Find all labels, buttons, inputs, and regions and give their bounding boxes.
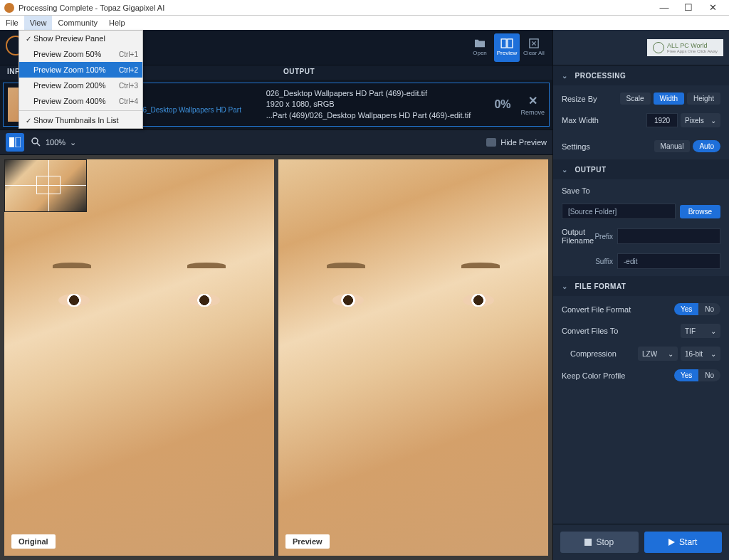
chevron-down-icon: ⌄: [710, 117, 716, 125]
svg-rect-0: [501, 39, 506, 48]
resize-by-segmented: Scale Width Height: [617, 93, 720, 105]
menu-show-preview-panel[interactable]: ✓ Show Preview Panel: [19, 31, 142, 46]
preview-area: Original Preview: [0, 155, 552, 560]
original-label: Original: [11, 534, 56, 549]
keep-profile-no[interactable]: No: [698, 369, 720, 381]
resize-scale[interactable]: Scale: [620, 93, 651, 105]
menu-bar: File View Community Help: [0, 16, 729, 30]
check-icon: ✓: [23, 117, 33, 125]
settings-label: Settings: [562, 142, 651, 151]
chevron-down-icon: ⌄: [70, 138, 76, 147]
resize-by-label: Resize By: [562, 95, 617, 103]
navigator-thumbnail[interactable]: [4, 159, 87, 212]
folder-icon: [473, 38, 486, 48]
preview-label: Preview: [285, 534, 330, 549]
bitdepth-select[interactable]: 16-bit ⌄: [681, 347, 720, 361]
settings-manual[interactable]: Manual: [654, 140, 691, 152]
clear-all-button[interactable]: Clear All: [521, 33, 547, 62]
minimize-button[interactable]: —: [652, 2, 676, 13]
settings-auto[interactable]: Auto: [693, 140, 720, 152]
convert-ff-yes[interactable]: Yes: [674, 303, 698, 315]
output-filename-label: Output Filename: [562, 228, 594, 245]
settings-panel: ALL PC World Free Apps One Click Away ⌄ …: [552, 30, 729, 560]
keep-profile-yes[interactable]: Yes: [674, 369, 698, 381]
original-image[interactable]: Original: [4, 159, 274, 556]
output-path: ...Part (469)/026_Desktop Wallpapers HD …: [266, 110, 485, 121]
menu-separator: [19, 110, 142, 111]
preview-button[interactable]: Preview: [494, 33, 520, 62]
prefix-label: Prefix: [594, 233, 613, 241]
play-icon: [668, 539, 675, 546]
output-section-header[interactable]: ⌄ OUTPUT: [553, 159, 729, 179]
keep-profile-label: Keep Color Profile: [562, 371, 674, 380]
watermark-badge: ALL PC World Free Apps One Click Away: [647, 39, 723, 56]
chevron-down-icon: ⌄: [562, 72, 568, 80]
processing-section-header[interactable]: ⌄ PROCESSING: [553, 65, 729, 85]
menu-zoom-100[interactable]: Preview Zoom 100% Ctrl+2: [19, 62, 142, 78]
svg-rect-4: [16, 137, 21, 147]
chevron-down-icon: ⌄: [562, 282, 568, 290]
browse-button[interactable]: Browse: [680, 205, 720, 218]
output-header: OUTPUT: [276, 65, 322, 80]
menu-zoom-200[interactable]: Preview Zoom 200% Ctrl+3: [19, 78, 142, 93]
menu-zoom-400[interactable]: Preview Zoom 400% Ctrl+4: [19, 93, 142, 109]
panel-top: ALL PC World Free Apps One Click Away: [553, 30, 729, 65]
prefix-input[interactable]: [617, 228, 720, 244]
resize-height[interactable]: Height: [687, 93, 720, 105]
compression-select[interactable]: LZW ⌄: [638, 347, 678, 361]
chevron-down-icon: ⌄: [668, 350, 673, 358]
app-icon: [4, 3, 14, 13]
suffix-label: Suffix: [584, 258, 613, 265]
maximize-button[interactable]: ☐: [676, 2, 701, 13]
menu-community[interactable]: Community: [52, 16, 103, 30]
output-filename: 026_Desktop Wallpapers HD Part (469)-edi…: [266, 88, 485, 99]
globe-icon: [653, 42, 664, 53]
progress-percent: 0%: [494, 98, 510, 111]
output-meta: 1920 x 1080, sRGB: [266, 99, 485, 110]
action-buttons: Stop Start: [553, 524, 729, 560]
menu-zoom-50[interactable]: Preview Zoom 50% Ctrl+1: [19, 46, 142, 62]
keep-profile-toggle: Yes No: [674, 369, 720, 381]
view-dropdown: ✓ Show Preview Panel Preview Zoom 50% Ct…: [19, 30, 143, 129]
menu-help[interactable]: Help: [103, 16, 131, 30]
clear-icon: [528, 38, 540, 48]
svg-rect-1: [508, 39, 513, 48]
window-title: Processing Complete - Topaz Gigapixel AI: [19, 4, 652, 12]
suffix-input[interactable]: [617, 253, 720, 269]
convert-to-select[interactable]: TIF ⌄: [681, 324, 720, 338]
panel-icon: [486, 138, 496, 147]
settings-segmented: Manual Auto: [651, 140, 720, 152]
split-icon: [9, 137, 21, 147]
max-width-input[interactable]: [646, 113, 678, 127]
convert-ff-no[interactable]: No: [698, 303, 720, 315]
stop-button[interactable]: Stop: [560, 532, 639, 553]
units-select[interactable]: Pixels ⌄: [681, 113, 720, 127]
chevron-down-icon: ⌄: [710, 350, 716, 358]
start-button[interactable]: Start: [644, 532, 723, 553]
menu-show-thumbnails[interactable]: ✓ Show Thumbnails In List: [19, 112, 142, 128]
resize-width[interactable]: Width: [654, 93, 685, 105]
preview-icon: [500, 38, 513, 48]
output-file-info: 026_Desktop Wallpapers HD Part (469)-edi…: [266, 88, 485, 121]
zoom-control[interactable]: 100% ⌄: [31, 137, 76, 147]
hide-preview-button[interactable]: Hide Preview: [486, 138, 547, 147]
convert-to-label: Convert Files To: [562, 327, 681, 335]
open-button[interactable]: Open: [467, 33, 493, 62]
compare-mode-button[interactable]: [6, 133, 24, 152]
format-section-header[interactable]: ⌄ FILE FORMAT: [553, 276, 729, 296]
remove-button[interactable]: ✕ Remove: [521, 94, 545, 116]
compression-label: Compression: [562, 349, 638, 358]
save-to-label: Save To: [562, 186, 720, 195]
chevron-down-icon: ⌄: [710, 327, 716, 335]
preview-image[interactable]: Preview: [278, 159, 548, 556]
processing-section: Resize By Scale Width Height Max Width P…: [553, 85, 729, 159]
stop-icon: [584, 539, 592, 546]
save-folder-input[interactable]: [562, 204, 676, 219]
format-section: Convert File Format Yes No Convert Files…: [553, 296, 729, 389]
close-button[interactable]: ✕: [701, 2, 725, 13]
magnifier-icon: [31, 137, 41, 147]
menu-file[interactable]: File: [0, 16, 24, 30]
max-width-label: Max Width: [562, 116, 646, 125]
menu-view[interactable]: View: [24, 16, 53, 30]
viewport-box[interactable]: [36, 176, 61, 194]
